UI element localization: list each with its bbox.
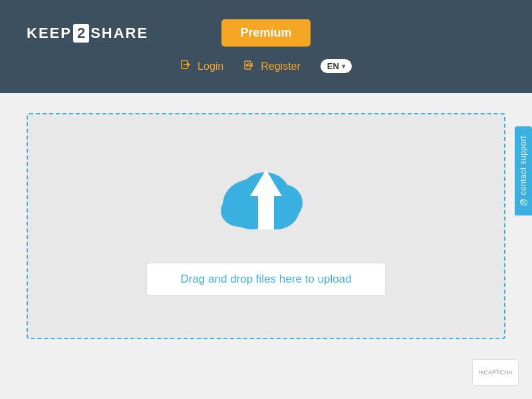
header-top: KEEP 2 SHARE Premium [0,19,532,47]
language-selector[interactable]: EN ▾ [321,59,352,73]
logo: KEEP 2 SHARE [27,24,148,43]
contact-support-tab[interactable]: @ contact support [515,126,532,215]
chevron-down-icon: ▾ [342,63,345,70]
cloud-upload-icon [213,156,319,243]
premium-button[interactable]: Premium [221,19,310,47]
header: KEEP 2 SHARE Premium Login [0,0,532,93]
login-icon [180,59,192,74]
register-icon [243,59,255,74]
main-content: Drag and drop files here to upload @ con… [0,93,532,399]
header-nav: Login Register EN ▾ [180,59,352,74]
captcha-label: reCAPTCHA [478,369,512,376]
register-link[interactable]: Register [243,59,301,74]
login-label: Login [198,61,223,72]
logo-part1: KEEP [27,25,72,42]
login-link[interactable]: Login [180,59,223,74]
contact-support-label: @ contact support [519,136,528,206]
logo-part2: SHARE [90,25,148,42]
lang-code: EN [327,61,339,71]
upload-dropzone[interactable]: Drag and drop files here to upload [27,113,505,339]
register-label: Register [261,61,301,72]
drag-drop-button[interactable]: Drag and drop files here to upload [146,263,385,296]
logo-number: 2 [73,24,89,43]
captcha-widget[interactable]: reCAPTCHA [472,359,519,386]
